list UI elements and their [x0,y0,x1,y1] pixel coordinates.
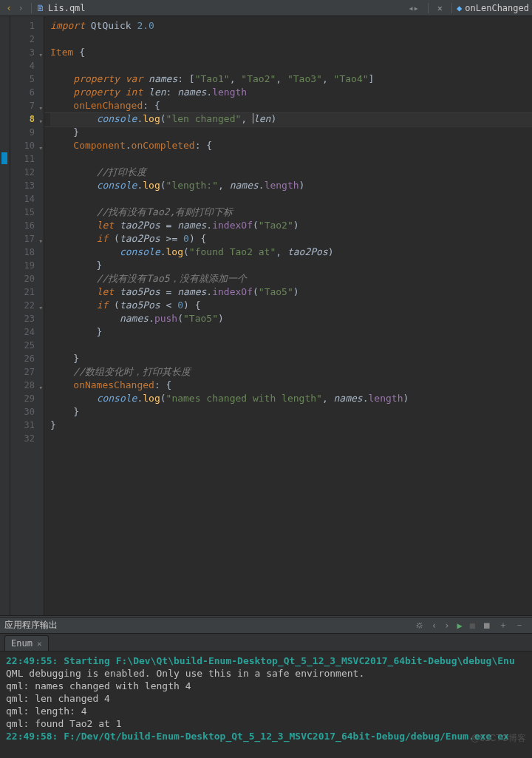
code-line[interactable]: console.log("length:", names.length) [50,179,532,192]
line-number[interactable]: 10▾ [10,139,44,152]
line-number[interactable]: 6 [10,86,44,99]
code-line[interactable]: property int len: names.length [50,86,532,99]
line-number[interactable]: 2 [10,33,44,46]
toolbar-separator [451,3,452,13]
line-number[interactable]: 15 [10,206,44,219]
line-number[interactable]: 16 [10,219,44,232]
line-number[interactable]: 19 [10,259,44,272]
line-number[interactable]: 28▾ [10,379,44,392]
output-line: qml: len changed 4 [6,692,526,705]
code-line[interactable]: import QtQuick 2.0 [50,19,532,33]
line-number[interactable]: 18 [10,246,44,259]
stop-all-icon[interactable]: ⏹ [482,620,491,631]
add-output-icon[interactable]: ＋ [499,619,508,632]
line-number[interactable]: 24 [10,325,44,339]
toolbar-separator [428,3,429,13]
code-line[interactable]: //找有没有Tao2,有则打印下标 [50,206,532,219]
line-number[interactable]: 25 [10,339,44,352]
line-number[interactable]: 7▾ [10,99,44,112]
line-number[interactable]: 30 [10,405,44,419]
code-line[interactable]: } [50,352,532,365]
line-number[interactable]: 9 [10,126,44,139]
code-line[interactable]: property var names: ["Tao1", "Tao2", "Ta… [50,72,532,86]
close-tab-icon[interactable]: ✕ [37,639,42,649]
code-line[interactable] [50,33,532,46]
code-editor[interactable]: 123▾4567▾8▾910▾11121314151617▾1819202122… [0,16,532,615]
code-line[interactable]: if (tao2Pos >= 0) { [50,232,532,246]
line-number[interactable]: 32 [10,432,44,445]
current-file-name[interactable]: Lis.qml [48,3,86,13]
code-line[interactable] [50,59,532,72]
change-marker [1,152,7,164]
code-line[interactable] [50,152,532,166]
toolbar-separator [31,3,32,13]
line-number[interactable]: 14 [10,192,44,206]
symbol-icon: ◆ [457,3,462,13]
output-tab-label: Enum [11,638,33,649]
file-dropdown-icon[interactable]: ◂▸ [408,3,418,13]
code-line[interactable]: } [50,405,532,419]
code-line[interactable]: console.log("len changed", len) [50,112,532,126]
code-line[interactable]: //打印长度 [50,166,532,179]
line-number[interactable]: 8▾ [10,112,44,126]
code-line[interactable]: //找有没有Tao5，没有就添加一个 [50,272,532,285]
line-number[interactable]: 20 [10,272,44,285]
line-number[interactable]: 13 [10,179,44,192]
output-body[interactable]: @51CTO博客 22:49:55: Starting F:\Dev\Qt\bu… [0,652,532,758]
code-line[interactable]: Component.onCompleted: { [50,139,532,152]
code-line[interactable]: onLenChanged: { [50,99,532,112]
code-line[interactable]: } [50,259,532,272]
nav-forward-button[interactable]: › [15,3,27,13]
line-number[interactable]: 12 [10,166,44,179]
output-line: qml: found Tao2 at 1 [6,717,526,730]
code-line[interactable]: } [50,325,532,339]
line-number[interactable]: 1 [10,19,44,33]
output-line: QML debugging is enabled. Only use this … [6,667,526,680]
code-line[interactable] [50,432,532,445]
close-file-button[interactable]: ✕ [437,3,443,13]
output-settings-icon[interactable]: ⛭ [415,620,424,631]
code-line[interactable]: onNamesChanged: { [50,379,532,392]
output-next-icon[interactable]: › [444,620,449,631]
code-line[interactable]: } [50,419,532,432]
line-number[interactable]: 23 [10,312,44,325]
code-line[interactable] [50,192,532,206]
line-number[interactable]: 29 [10,392,44,405]
output-tab-enum[interactable]: Enum ✕ [4,635,49,651]
line-number[interactable]: 22▾ [10,299,44,312]
code-line[interactable]: //数组变化时，打印其长度 [50,365,532,379]
code-area[interactable]: import QtQuick 2.0Item { property var na… [44,16,532,615]
line-number[interactable]: 5 [10,72,44,86]
output-line: qml: names changed with length 4 [6,680,526,692]
output-title: 应用程序输出 [4,619,58,632]
current-symbol[interactable]: onLenChanged [465,3,529,13]
line-number[interactable]: 21 [10,285,44,299]
line-number-gutter[interactable]: 123▾4567▾8▾910▾11121314151617▾1819202122… [10,16,44,615]
line-number[interactable]: 27 [10,365,44,379]
code-line[interactable]: Item { [50,46,532,59]
code-line[interactable]: let tao5Pos = names.indexOf("Tao5") [50,285,532,299]
line-number[interactable]: 31 [10,419,44,432]
nav-back-button[interactable]: ‹ [3,3,15,13]
stop-button[interactable]: ■ [470,620,475,631]
run-button[interactable]: ▶ [457,620,463,631]
code-line[interactable]: let tao2Pos = names.indexOf("Tao2") [50,219,532,232]
output-prev-icon[interactable]: ‹ [432,620,437,631]
line-number[interactable]: 4 [10,59,44,72]
output-line: 22:49:55: Starting F:\Dev\Qt\build-Enum-… [6,654,526,667]
output-line: qml: length: 4 [6,705,526,717]
line-number[interactable]: 11 [10,152,44,166]
code-line[interactable]: console.log("found Tao2 at", tao2Pos) [50,246,532,259]
file-icon: 🗎 [36,3,45,13]
code-line[interactable] [50,339,532,352]
application-output-panel: 应用程序输出 ⛭ ‹ › ▶ ■ ⏹ ＋ － Enum ✕ @51CTO博客 2… [0,617,532,758]
remove-output-icon[interactable]: － [515,619,524,632]
output-line: 22:49:58: F:/Dev/Qt/build-Enum-Desktop_Q… [6,730,526,742]
code-line[interactable]: names.push("Tao5") [50,312,532,325]
line-number[interactable]: 26 [10,352,44,365]
line-number[interactable]: 3▾ [10,46,44,59]
code-line[interactable]: console.log("names changed with length",… [50,392,532,405]
code-line[interactable]: } [50,126,532,139]
line-number[interactable]: 17▾ [10,232,44,246]
code-line[interactable]: if (tao5Pos < 0) { [50,299,532,312]
